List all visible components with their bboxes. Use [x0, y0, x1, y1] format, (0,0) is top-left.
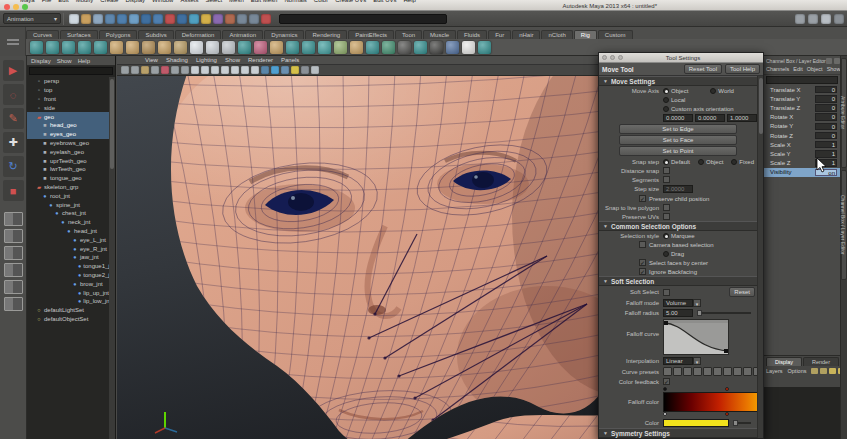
channel-value[interactable]: 0 [815, 113, 837, 121]
outliner-item-lip-low-jnt[interactable]: ● lip_low_jnt [27, 297, 109, 306]
make-live-icon[interactable] [189, 14, 199, 24]
channel-value[interactable]: 0 [815, 104, 837, 112]
shelf-tab[interactable]: Deformation [175, 30, 222, 39]
xray-icon[interactable] [311, 66, 319, 74]
status-divider[interactable] [63, 13, 67, 25]
channel-row[interactable]: Visibility on [764, 168, 840, 177]
select-object-icon[interactable] [117, 14, 127, 24]
interpolation-dropdown[interactable]: Linear [663, 357, 693, 365]
outliner-menu-item[interactable]: Help [78, 58, 90, 64]
channel-value[interactable]: 1 [815, 141, 837, 149]
outliner-item-eye-l-jnt[interactable]: ● eye_L_jnt [27, 235, 109, 244]
shelf-menu-grip[interactable] [0, 27, 26, 56]
shelf-tab[interactable]: Animation [222, 30, 263, 39]
outliner-item-persp[interactable]: ▫ persp [27, 77, 109, 86]
outliner-item-tongue2-jnt[interactable]: ● tongue2_jnt [27, 271, 109, 280]
outliner-item-eyelashes[interactable]: ■ eyelash_geo [27, 147, 109, 156]
channel-box-menu-item[interactable]: Object [807, 66, 823, 72]
shelf-tab[interactable]: Curves [26, 30, 59, 39]
shadows-icon[interactable] [301, 66, 309, 74]
channel-row[interactable]: Rotate Y 0 [764, 122, 840, 131]
lock-camera-icon[interactable] [131, 66, 139, 74]
outliner-item-lip-up-jnt[interactable]: ● lip_up_jnt [27, 288, 109, 297]
channel-row[interactable]: Scale X 1 [764, 140, 840, 149]
construction-history-icon[interactable] [225, 14, 235, 24]
bevel-icon[interactable] [382, 41, 395, 54]
snap-grid-icon[interactable] [141, 14, 151, 24]
new-empty-layer-icon[interactable] [829, 368, 836, 374]
birail-icon[interactable] [222, 41, 235, 54]
curve-preset-button[interactable] [733, 367, 742, 376]
outliner-item-tongue[interactable]: ■ tongue_geo [27, 174, 109, 183]
channel-box-menu-item[interactable]: Edit [793, 66, 802, 72]
outliner-item-brow-jnt[interactable]: ● brow_jnt [27, 279, 109, 288]
menu-set-dropdown[interactable]: Animation ▾ [3, 13, 61, 24]
shelf-tab[interactable]: Toon [395, 30, 422, 39]
show-hotbox-toggle[interactable] [834, 14, 844, 24]
outliner-item-root-jnt[interactable]: ● root_jnt [27, 191, 109, 200]
mac-menu-item[interactable]: Mesh [229, 0, 244, 3]
close-window-button[interactable] [4, 4, 10, 10]
snap-live-checkbox[interactable] [663, 204, 670, 211]
outliner-item-upperteeth[interactable]: ■ uprTeeth_geo [27, 156, 109, 165]
panel-menu-item[interactable]: Lighting [196, 57, 217, 63]
section-move-settings[interactable]: ▼Move Settings [599, 76, 757, 86]
radio-snap-default[interactable] [663, 159, 669, 165]
shelf-tab[interactable]: PaintEffects [348, 30, 394, 39]
outliner-item-jaw-jnt[interactable]: ● jaw_jnt [27, 253, 109, 262]
shelf-tab[interactable]: Dynamics [264, 30, 304, 39]
bookmark-icon[interactable] [151, 66, 159, 74]
camera-based-checkbox[interactable] [639, 241, 646, 248]
move-tool[interactable]: ✚ [3, 132, 24, 153]
mac-menu-item[interactable]: Normals [284, 0, 306, 3]
select-hierarchy-icon[interactable] [105, 14, 115, 24]
curve-preset-button[interactable] [703, 367, 712, 376]
outliner-item-head-geo[interactable]: ■ head_geo [27, 121, 109, 130]
select-tool[interactable]: ▶ [3, 60, 24, 81]
curve-preset-button[interactable] [723, 367, 732, 376]
tool-settings-scrollbar[interactable] [757, 76, 763, 438]
outliner-persp-layout[interactable] [4, 297, 23, 311]
set-to-point-button[interactable]: Set to Point [619, 146, 737, 156]
poly-cube-icon[interactable] [302, 41, 315, 54]
extrude-icon[interactable] [206, 41, 219, 54]
sidebar-tab-channel-box[interactable]: Channel Box / Layer Editor [841, 170, 847, 280]
render-icon[interactable] [237, 14, 247, 24]
safe-action-icon[interactable] [241, 66, 249, 74]
channel-row[interactable]: Translate Y 0 [764, 94, 840, 103]
outliner-item-chest-jnt[interactable]: ● chest_jnt [27, 209, 109, 218]
poly-sphere-icon[interactable] [286, 41, 299, 54]
falloff-radius-slider[interactable] [697, 312, 751, 314]
wireframe-mode-icon[interactable] [261, 66, 269, 74]
falloff-mode-dropdown[interactable]: Volume [663, 299, 693, 307]
shelf-tab[interactable]: Muscle [423, 30, 456, 39]
shelf-tab[interactable]: Rendering [305, 30, 347, 39]
sidebar-tab-attribute-editor[interactable]: Attribute Editor [841, 58, 847, 168]
open-scene-icon[interactable] [81, 14, 91, 24]
chevron-down-icon[interactable]: ▾ [693, 299, 701, 307]
panel-menu-item[interactable]: Renderer [248, 57, 273, 63]
channel-row[interactable]: Scale Z 1 [764, 159, 840, 168]
falloff-radius-field[interactable]: 5.00 [663, 309, 693, 317]
layers-menu[interactable]: Layers [766, 368, 783, 374]
outliner-item-head-jnt[interactable]: ● head_jnt [27, 227, 109, 236]
segments-checkbox[interactable] [663, 176, 670, 183]
outliner-item-front[interactable]: ▫ front [27, 95, 109, 104]
shelf-tab[interactable]: Custom [598, 30, 633, 39]
channel-row[interactable]: Rotate X 0 [764, 113, 840, 122]
revolve-icon[interactable] [158, 41, 171, 54]
select-camera-icon[interactable] [121, 66, 129, 74]
shelf-tab[interactable]: Fur [488, 30, 511, 39]
outliner-item-side[interactable]: ▫ side [27, 103, 109, 112]
close-icon[interactable] [602, 55, 607, 60]
nurbs-cone-icon[interactable] [78, 41, 91, 54]
section-common-selection[interactable]: ▼Common Selection Options [599, 221, 757, 231]
shaded-mode-icon[interactable] [271, 66, 279, 74]
shelf-tab[interactable]: Fluids [457, 30, 487, 39]
minimize-window-button[interactable] [13, 4, 19, 10]
show-attribute-editor-toggle[interactable] [795, 14, 805, 24]
film-gate-icon[interactable] [201, 66, 209, 74]
merge-icon[interactable] [430, 41, 443, 54]
2d-pan-zoom-icon[interactable] [171, 66, 179, 74]
outliner-item-neck-jnt[interactable]: ● neck_jnt [27, 218, 109, 227]
